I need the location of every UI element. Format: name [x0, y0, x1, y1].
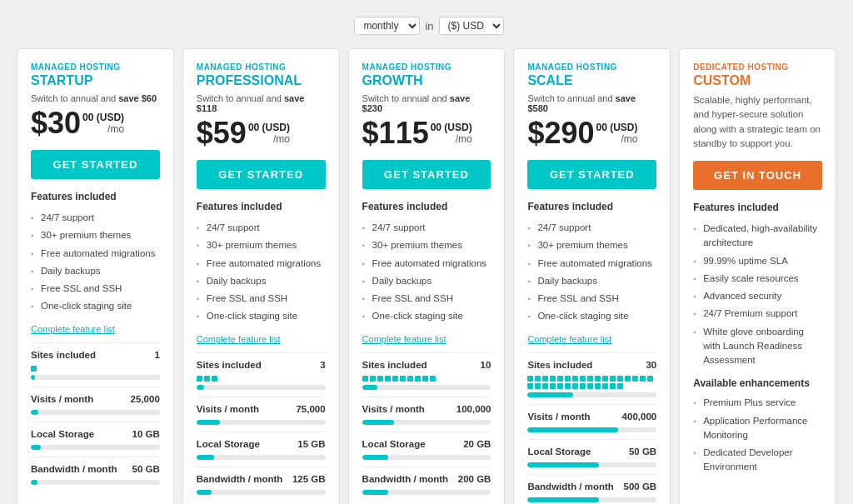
spec-row: Visits / month 100,000 — [362, 397, 491, 432]
spec-label: Bandwidth / month 500 GB — [527, 482, 656, 492]
plan-card-growth: MANAGED HOSTINGGROWTHSwitch to annual an… — [348, 48, 506, 504]
bar-fill — [362, 420, 395, 425]
bar-track — [31, 480, 160, 485]
bar-track — [31, 445, 160, 450]
feature-item: 24/7 support — [362, 219, 491, 237]
spec-label: Bandwidth / month 50 GB — [31, 464, 160, 474]
site-dot — [565, 383, 571, 389]
spec-row: Visits / month 400,000 — [527, 404, 656, 439]
site-dot — [527, 383, 533, 389]
bar-track — [527, 497, 656, 502]
spec-label: Sites included 10 — [362, 360, 491, 370]
site-dot — [550, 376, 556, 382]
feature-item: Free automated migrations — [197, 255, 326, 272]
bar-fill — [362, 385, 378, 390]
price-row: $290 00 (USD) /mo — [527, 118, 656, 148]
site-dot — [610, 383, 616, 389]
complete-feature-link[interactable]: Complete feature list — [31, 324, 160, 334]
complete-feature-link[interactable]: Complete feature list — [362, 334, 491, 344]
spec-row: Visits / month 25,000 — [31, 387, 160, 422]
get-started-button[interactable]: GET STARTED — [362, 160, 491, 189]
card-title: STARTUP — [31, 73, 160, 88]
spec-name: Bandwidth / month — [31, 464, 117, 474]
spec-name: Visits / month — [197, 404, 259, 414]
spec-row: Sites included 3 — [197, 352, 326, 397]
feature-item: Daily backups — [527, 272, 656, 290]
spec-value: 50 GB — [132, 464, 160, 474]
site-dot — [204, 376, 210, 382]
price-period: /mo — [273, 133, 290, 145]
spec-row: Bandwidth / month 50 GB — [31, 457, 160, 492]
price-cents: 00 (USD) — [248, 122, 290, 133]
billing-select[interactable]: monthly annually — [354, 17, 420, 35]
feature-item: Free automated migrations — [527, 255, 656, 272]
site-dot — [647, 376, 653, 382]
save-text: Switch to annual and save $230 — [362, 93, 491, 113]
spec-name: Sites included — [31, 350, 96, 360]
bar-track — [362, 455, 491, 460]
feature-item: Free automated migrations — [31, 245, 160, 262]
sites-dots — [527, 376, 656, 389]
card-title: CUSTOM — [693, 73, 822, 88]
feature-item: 24/7 support — [31, 209, 160, 227]
spec-row: Local Storage 15 GB — [197, 432, 326, 467]
bar-fill — [31, 480, 37, 485]
bar-track — [527, 427, 656, 432]
spec-row: Local Storage 50 GB — [527, 439, 656, 474]
site-dot — [197, 376, 202, 382]
spec-value: 20 GB — [463, 439, 491, 449]
spec-label: Local Storage 20 GB — [362, 439, 491, 449]
site-dot — [31, 366, 37, 372]
enhancement-item: Premium Plus service — [693, 394, 822, 412]
site-dot — [542, 376, 548, 382]
site-dot — [400, 376, 406, 382]
card-title: GROWTH — [362, 73, 491, 88]
card-description: Scalable, highly performant, and hyper-s… — [693, 93, 822, 151]
feature-item: One-click staging site — [362, 307, 491, 325]
feature-item: 30+ premium themes — [362, 237, 491, 254]
currency-select[interactable]: ($) USD (€) EUR (£) GBP — [439, 17, 504, 35]
site-dot — [610, 376, 616, 382]
spec-value: 1 — [154, 350, 159, 360]
spec-name: Sites included — [527, 360, 592, 370]
plan-card-startup: MANAGED HOSTINGSTARTUPSwitch to annual a… — [17, 48, 174, 504]
features-label: Features included — [527, 201, 656, 212]
spec-label: Local Storage 50 GB — [527, 447, 656, 457]
bar-fill — [31, 445, 41, 450]
spec-name: Bandwidth / month — [197, 474, 282, 484]
feature-item: Free automated migrations — [362, 255, 491, 272]
card-title: PROFESSIONAL — [197, 73, 326, 88]
site-dot — [572, 376, 578, 382]
feature-item: Easily scale resources — [693, 270, 822, 287]
spec-row: Local Storage 10 GB — [31, 422, 160, 457]
site-dot — [587, 383, 593, 389]
price-amount: $290 — [527, 118, 594, 148]
complete-feature-link[interactable]: Complete feature list — [527, 334, 656, 344]
price-period: /mo — [456, 133, 472, 145]
spec-row: Sites included 1 — [31, 342, 160, 387]
card-label: MANAGED HOSTING — [31, 62, 160, 72]
feature-item: Daily backups — [197, 272, 326, 290]
spec-label: Local Storage 10 GB — [31, 429, 160, 439]
complete-feature-link[interactable]: Complete feature list — [197, 334, 326, 344]
spec-value: 200 GB — [458, 474, 491, 484]
bar-track — [197, 385, 326, 390]
site-dot — [385, 376, 391, 382]
site-dot — [557, 383, 563, 389]
spec-value: 3 — [320, 360, 325, 370]
bar-fill — [197, 490, 212, 495]
spec-row: Local Storage 20 GB — [362, 432, 491, 467]
spec-label: Visits / month 25,000 — [31, 394, 160, 404]
spec-row: Sites included 30 — [527, 352, 656, 404]
site-dot — [392, 376, 398, 382]
spec-value: 25,000 — [131, 394, 160, 404]
get-started-button[interactable]: GET STARTED — [527, 160, 656, 189]
get-in-touch-button[interactable]: GET IN TOUCH — [693, 161, 822, 190]
price-row: $115 00 (USD) /mo — [362, 118, 491, 148]
features-label: Features included — [362, 201, 491, 212]
spec-label: Bandwidth / month 125 GB — [197, 474, 326, 484]
site-dot — [377, 376, 383, 382]
feature-item: 24/7 support — [527, 219, 656, 237]
get-started-button[interactable]: GET STARTED — [31, 150, 160, 179]
get-started-button[interactable]: GET STARTED — [197, 160, 326, 189]
